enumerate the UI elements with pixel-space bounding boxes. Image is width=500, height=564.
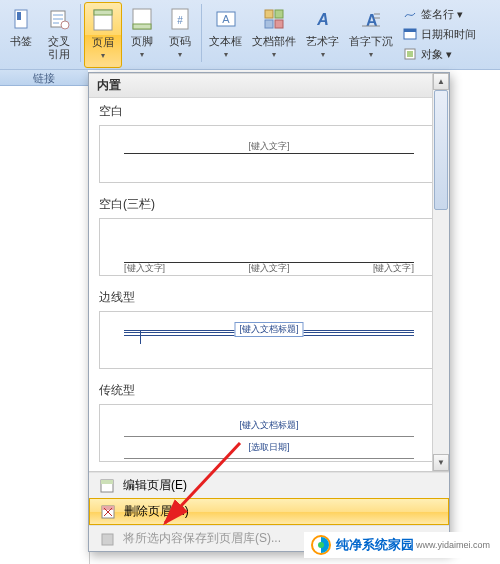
svg-point-28: [318, 542, 324, 548]
wordart-icon: A: [309, 5, 337, 33]
header-label: 页眉: [92, 36, 114, 49]
header-button[interactable]: 页眉 ▾: [84, 2, 122, 68]
save-to-gallery-label: 将所选内容保存到页眉库(S)...: [123, 530, 281, 547]
placeholder-text: [键入文字]: [248, 262, 289, 275]
chevron-down-icon: ▾: [272, 50, 276, 59]
svg-rect-12: [265, 10, 273, 18]
edit-header-label: 编辑页眉(E): [123, 477, 187, 494]
chevron-down-icon: ▾: [321, 50, 325, 59]
dropcap-button[interactable]: A 首字下沉 ▾: [345, 2, 397, 68]
ribbon-mini-group: 签名行 ▾ 日期和时间 对象 ▾: [398, 0, 480, 64]
footer-label: 页脚: [131, 35, 153, 48]
placeholder-text: [键入文字]: [373, 262, 414, 275]
svg-text:#: #: [177, 15, 183, 26]
wordart-button[interactable]: A 艺术字 ▾: [302, 2, 343, 68]
scroll-up-button[interactable]: ▲: [433, 73, 449, 90]
dropcap-icon: A: [357, 5, 385, 33]
gallery-item-three-label: 空白(三栏): [89, 191, 449, 216]
buildingblocks-button[interactable]: 文档部件 ▾: [248, 2, 300, 68]
watermark-url: www.yidaimei.com: [416, 540, 490, 550]
crossref-icon: [45, 5, 73, 33]
gallery-item-border[interactable]: [键入文档标题]: [99, 311, 439, 369]
buildingblocks-icon: [260, 5, 288, 33]
chevron-down-icon: ▾: [101, 51, 105, 60]
svg-rect-7: [133, 24, 151, 29]
svg-text:A: A: [222, 13, 230, 25]
buildingblocks-label: 文档部件: [252, 35, 296, 48]
signature-button[interactable]: 签名行 ▾: [402, 4, 476, 24]
placeholder-text: [选取日期]: [124, 441, 414, 454]
header-icon: [89, 6, 117, 34]
svg-rect-5: [94, 10, 112, 15]
gallery-scroll-area: 内置 空白 [键入文字] 空白(三栏) [键入文字] [键入文字] [键入文字]…: [89, 73, 449, 472]
svg-rect-14: [265, 20, 273, 28]
watermark-logo-icon: [310, 534, 332, 556]
gallery-scrollbar[interactable]: ▲ ▼: [432, 73, 449, 471]
gallery-section-builtin: 内置: [89, 73, 449, 98]
chevron-down-icon: ▾: [369, 50, 373, 59]
scroll-thumb[interactable]: [434, 90, 448, 210]
gallery-item-trad[interactable]: [键入文档标题] [选取日期]: [99, 404, 439, 462]
header-gallery-dropdown: 内置 空白 [键入文字] 空白(三栏) [键入文字] [键入文字] [键入文字]…: [88, 72, 450, 552]
svg-text:A: A: [316, 11, 329, 28]
footer-button[interactable]: 页脚 ▾: [124, 2, 160, 68]
pagenum-label: 页码: [169, 35, 191, 48]
gallery-item-trad-label: 传统型: [89, 377, 449, 402]
ribbon-separator: [80, 4, 81, 62]
ribbon-toolbar: 书签 交叉 引用 页眉 ▾ 页脚 ▾ # 页码 ▾ A 文本框 ▾: [0, 0, 500, 70]
ribbon-separator: [201, 4, 202, 62]
chevron-down-icon: ▾: [178, 50, 182, 59]
placeholder-text: [键入文档标题]: [234, 322, 303, 337]
gallery-item-three[interactable]: [键入文字] [键入文字] [键入文字]: [99, 218, 439, 276]
signature-label: 签名行 ▾: [421, 7, 463, 22]
placeholder-text: [键入文档标题]: [124, 419, 414, 432]
edit-icon: [99, 478, 117, 494]
svg-rect-15: [275, 20, 283, 28]
svg-rect-19: [404, 29, 416, 32]
dropcap-label: 首字下沉: [349, 35, 393, 48]
svg-rect-25: [102, 506, 114, 510]
pagenum-button[interactable]: # 页码 ▾: [162, 2, 198, 68]
datetime-label: 日期和时间: [421, 27, 476, 42]
scroll-down-button[interactable]: ▼: [433, 454, 449, 471]
signature-icon: [402, 6, 418, 22]
text-cursor: [140, 330, 141, 344]
svg-rect-21: [407, 51, 413, 57]
footer-icon: [128, 5, 156, 33]
textbox-button[interactable]: A 文本框 ▾: [205, 2, 246, 68]
scroll-track[interactable]: [433, 90, 449, 454]
bookmark-label: 书签: [10, 35, 32, 48]
placeholder-text: [键入文字]: [124, 140, 414, 153]
object-icon: [402, 46, 418, 62]
watermark: 纯净系统家园 www.yidaimei.com: [304, 532, 496, 558]
placeholder-text: [键入文字]: [124, 262, 165, 275]
edit-header-button[interactable]: 编辑页眉(E): [89, 472, 449, 498]
remove-header-label: 删除页眉(R): [124, 503, 189, 520]
chevron-down-icon: ▾: [140, 50, 144, 59]
pagenum-icon: #: [166, 5, 194, 33]
gallery-item-border-label: 边线型: [89, 284, 449, 309]
svg-rect-26: [102, 534, 113, 545]
preview-line: [124, 153, 414, 154]
svg-rect-13: [275, 10, 283, 18]
gallery-item-blank[interactable]: [键入文字]: [99, 125, 439, 183]
svg-point-3: [61, 21, 69, 29]
object-button[interactable]: 对象 ▾: [402, 44, 476, 64]
ribbon-group-links: 链接: [0, 70, 88, 86]
preview-line: [124, 458, 414, 459]
bookmark-button[interactable]: 书签: [3, 2, 39, 68]
save-icon: [99, 531, 117, 547]
watermark-brand: 纯净系统家园: [336, 536, 414, 554]
gallery-item-blank-label: 空白: [89, 98, 449, 123]
remove-icon: [100, 504, 118, 520]
object-label: 对象 ▾: [421, 47, 452, 62]
crossref-button[interactable]: 交叉 引用: [41, 2, 77, 68]
wordart-label: 艺术字: [306, 35, 339, 48]
datetime-button[interactable]: 日期和时间: [402, 24, 476, 44]
remove-header-button[interactable]: 删除页眉(R): [89, 498, 449, 525]
document-background: [0, 86, 90, 564]
svg-rect-1: [17, 12, 21, 20]
svg-rect-23: [101, 480, 113, 484]
chevron-down-icon: ▾: [224, 50, 228, 59]
textbox-label: 文本框: [209, 35, 242, 48]
